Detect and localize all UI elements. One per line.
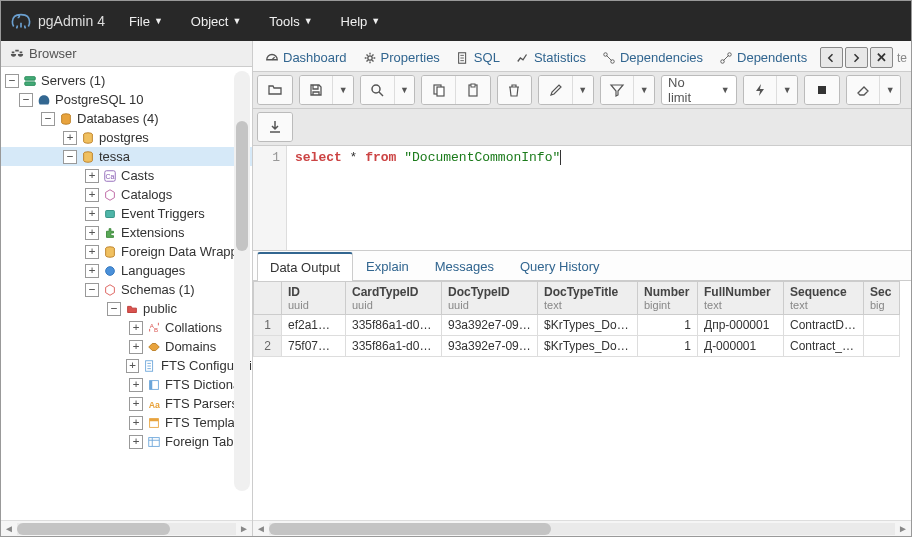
collapse-icon[interactable]: − [5, 74, 19, 88]
tree-foreign-table[interactable]: +Foreign Table [1, 432, 252, 451]
tab-dependencies[interactable]: Dependencies [594, 46, 711, 69]
cell[interactable]: Дпр-000001 [698, 315, 784, 336]
tree-extensions[interactable]: +Extensions [1, 223, 252, 242]
open-file-button[interactable] [258, 76, 292, 104]
filter-button[interactable] [601, 76, 635, 104]
expand-icon[interactable]: + [85, 226, 99, 240]
tree-fts-parsers[interactable]: +AaFTS Parsers [1, 394, 252, 413]
cell[interactable]: 1 [638, 315, 698, 336]
expand-icon[interactable]: + [129, 435, 143, 449]
column-header[interactable]: DocTypeIDuuid [442, 282, 538, 315]
clear-dropdown[interactable]: ▼ [880, 76, 900, 104]
cell[interactable]: $KrTypes_DocT… [538, 315, 638, 336]
tree-fts-config[interactable]: +FTS Configurati [1, 356, 252, 375]
tree-servers[interactable]: −Servers (1) [1, 71, 252, 90]
collapse-icon[interactable]: − [85, 283, 99, 297]
tree-collations[interactable]: +ABCollations [1, 318, 252, 337]
expand-icon[interactable]: + [129, 378, 143, 392]
cell[interactable]: 75f07… [282, 336, 346, 357]
tab-sql[interactable]: SQL [448, 46, 508, 69]
expand-icon[interactable]: + [129, 340, 143, 354]
expand-icon[interactable]: + [85, 188, 99, 202]
expand-icon[interactable]: + [85, 245, 99, 259]
tree-postgresql[interactable]: −PostgreSQL 10 [1, 90, 252, 109]
edit-button[interactable] [539, 76, 573, 104]
stop-button[interactable] [805, 76, 839, 104]
tab-close-button[interactable]: ✕ [870, 47, 893, 68]
paste-button[interactable] [456, 76, 490, 104]
cell[interactable]: 93a392e7-09… [442, 336, 538, 357]
copy-button[interactable] [422, 76, 456, 104]
edit-dropdown[interactable]: ▼ [573, 76, 593, 104]
scroll-right-icon[interactable]: ► [895, 521, 911, 537]
tree-schema-public[interactable]: −public [1, 299, 252, 318]
tree-casts[interactable]: +CaCasts [1, 166, 252, 185]
cell[interactable] [864, 336, 900, 357]
editor-content[interactable]: select * from "DocumentCommonInfo" [287, 146, 911, 250]
column-header[interactable]: Secbig [864, 282, 900, 315]
collapse-icon[interactable]: − [41, 112, 55, 126]
cell[interactable]: 93a392e7-09… [442, 315, 538, 336]
tree-db-postgres[interactable]: +postgres [1, 128, 252, 147]
column-header[interactable]: IDuuid [282, 282, 346, 315]
menu-object[interactable]: Object▼ [177, 1, 256, 41]
find-dropdown[interactable]: ▼ [395, 76, 415, 104]
tree-databases[interactable]: −Databases (4) [1, 109, 252, 128]
cell[interactable]: 335f86a1-d00… [346, 336, 442, 357]
result-grid[interactable]: IDuuidCardTypeIDuuidDocTypeIDuuidDocType… [253, 281, 911, 520]
tab-statistics[interactable]: Statistics [508, 46, 594, 69]
tree-db-tessa[interactable]: −tessa [1, 147, 252, 166]
tab-properties[interactable]: Properties [355, 46, 448, 69]
tab-query-history[interactable]: Query History [507, 252, 612, 281]
scroll-right-icon[interactable]: ► [236, 521, 252, 537]
tree-languages[interactable]: +Languages [1, 261, 252, 280]
tree-domains[interactable]: +Domains [1, 337, 252, 356]
find-button[interactable] [361, 76, 395, 104]
column-header[interactable]: Sequencetext [784, 282, 864, 315]
expand-icon[interactable]: + [85, 169, 99, 183]
expand-icon[interactable]: + [129, 416, 143, 430]
delete-button[interactable] [498, 76, 532, 104]
column-header[interactable]: CardTypeIDuuid [346, 282, 442, 315]
collapse-icon[interactable]: − [63, 150, 77, 164]
expand-icon[interactable]: + [129, 321, 143, 335]
save-dropdown[interactable]: ▼ [333, 76, 353, 104]
table-row[interactable]: 275f07…335f86a1-d00…93a392e7-09…$KrTypes… [254, 336, 900, 357]
content-hscroll[interactable]: ◄ ► [253, 520, 911, 536]
sidebar-hscroll[interactable]: ◄ ► [1, 520, 252, 536]
cell[interactable]: ef2a1… [282, 315, 346, 336]
download-button[interactable] [258, 113, 292, 141]
collapse-icon[interactable]: − [19, 93, 33, 107]
save-button[interactable] [300, 76, 334, 104]
expand-icon[interactable]: + [85, 207, 99, 221]
cell[interactable]: 335f86a1-d00… [346, 315, 442, 336]
column-header[interactable]: DocTypeTitletext [538, 282, 638, 315]
tab-next-button[interactable] [845, 47, 868, 68]
tab-messages[interactable]: Messages [422, 252, 507, 281]
cell[interactable]: Contract_20… [784, 336, 864, 357]
menu-file[interactable]: File▼ [115, 1, 177, 41]
cell[interactable]: 1 [638, 336, 698, 357]
tree-scrollbar[interactable] [234, 71, 250, 491]
scroll-left-icon[interactable]: ◄ [253, 521, 269, 537]
expand-icon[interactable]: + [129, 397, 143, 411]
filter-dropdown[interactable]: ▼ [634, 76, 654, 104]
expand-icon[interactable]: + [126, 359, 140, 373]
tree-event-triggers[interactable]: +Event Triggers [1, 204, 252, 223]
sql-editor[interactable]: 1 select * from "DocumentCommonInfo" [253, 146, 911, 251]
tree-schemas[interactable]: −Schemas (1) [1, 280, 252, 299]
cell[interactable]: $KrTypes_DocT… [538, 336, 638, 357]
cell[interactable] [864, 315, 900, 336]
column-header[interactable]: FullNumbertext [698, 282, 784, 315]
table-row[interactable]: 1ef2a1…335f86a1-d00…93a392e7-09…$KrTypes… [254, 315, 900, 336]
tab-explain[interactable]: Explain [353, 252, 422, 281]
execute-dropdown[interactable]: ▼ [777, 76, 797, 104]
menu-tools[interactable]: Tools▼ [255, 1, 326, 41]
cell[interactable]: ContractDr… [784, 315, 864, 336]
tab-data-output[interactable]: Data Output [257, 252, 353, 281]
menu-help[interactable]: Help▼ [327, 1, 395, 41]
column-header[interactable]: Numberbigint [638, 282, 698, 315]
clear-button[interactable] [847, 76, 881, 104]
tree-fdw[interactable]: +Foreign Data Wrappe [1, 242, 252, 261]
expand-icon[interactable]: + [85, 264, 99, 278]
